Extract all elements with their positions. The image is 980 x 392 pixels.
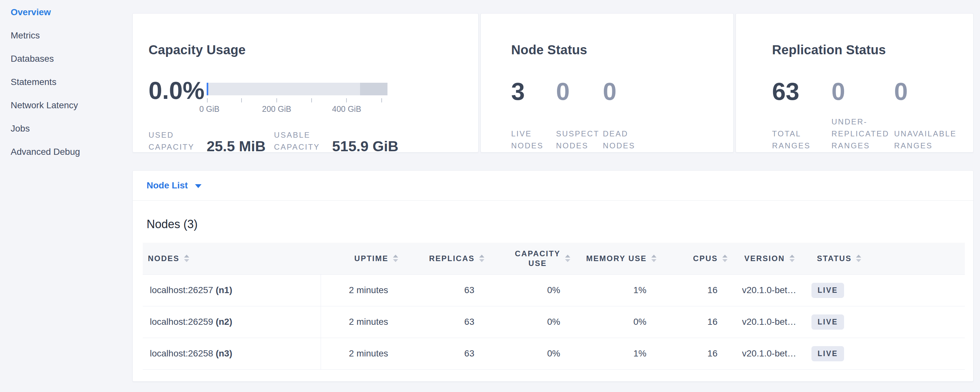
dead-nodes-stat: 0 DEAD NODES	[603, 79, 658, 151]
node-status-title: Node Status	[511, 43, 587, 56]
status-badge: LIVE	[811, 314, 844, 330]
replication-status-title: Replication Status	[772, 43, 886, 56]
capacity-gauge-track	[207, 83, 388, 95]
used-capacity-label: USED CAPACITY	[148, 129, 197, 153]
col-header-memory-use[interactable]: MEMORY USE	[575, 243, 661, 274]
capacity-gauge-unusable-segment	[360, 83, 388, 95]
nodes-table: NODES UPTIME REPLICAS CAPACITY USE MEMOR	[143, 243, 965, 370]
node-address-link[interactable]: localhost:26259	[150, 317, 213, 327]
sidebar-item-jobs[interactable]: Jobs	[11, 117, 132, 140]
capacity-used-percent: 0.0%	[148, 78, 204, 103]
cpus-cell: 16	[661, 306, 732, 338]
col-header-uptime-label: UPTIME	[354, 254, 388, 263]
table-header-row: NODES UPTIME REPLICAS CAPACITY USE MEMOR	[143, 243, 965, 274]
capacity-stats: USED CAPACITY 25.5 MiB USABLE CAPACITY 5…	[148, 129, 407, 153]
under-replicated-ranges-label: UNDER-REPLICATED RANGES	[832, 104, 894, 151]
node-list-dropdown[interactable]: Node List	[133, 171, 973, 201]
col-header-replicas[interactable]: REPLICAS	[402, 243, 489, 274]
node-id: (n2)	[216, 317, 232, 327]
dead-nodes-value: 0	[603, 79, 658, 104]
cpus-cell: 16	[661, 338, 732, 370]
col-header-status[interactable]: STATUS	[811, 243, 965, 274]
unavailable-ranges-stat: 0 UNAVAILABLE RANGES	[894, 79, 965, 151]
total-ranges-value: 63	[772, 79, 832, 104]
uptime-cell: 2 minutes	[321, 306, 402, 338]
node-status-stats: 3 LIVE NODES 0 SUSPECT NODES 0 DEAD NODE…	[511, 79, 658, 151]
node-list-body: Nodes (3) NODES UPTIME REP	[133, 217, 973, 381]
node-address-link[interactable]: localhost:26258	[150, 348, 213, 359]
memory-use-cell: 1%	[575, 338, 661, 370]
dead-nodes-label: DEAD NODES	[603, 104, 658, 151]
suspect-nodes-value: 0	[556, 79, 603, 104]
sort-icon[interactable]	[479, 255, 484, 262]
sidebar-item-databases[interactable]: Databases	[11, 47, 132, 70]
col-header-nodes[interactable]: NODES	[143, 243, 321, 274]
replication-status-card: Replication Status 63 TOTAL RANGES 0 UND…	[735, 13, 974, 153]
sort-icon[interactable]	[651, 255, 657, 262]
status-badge: LIVE	[811, 283, 844, 298]
sort-icon[interactable]	[184, 255, 189, 262]
memory-use-cell: 0%	[575, 306, 661, 338]
table-row: localhost:26258 (n3) 2 minutes 63 0% 1% …	[143, 338, 965, 370]
live-nodes-value: 3	[511, 79, 556, 104]
version-cell: v20.1.0-bet…	[732, 338, 811, 370]
capacity-gauge-tick-labels: 0 GiB 200 GiB 400 GiB	[207, 104, 388, 114]
live-nodes-stat: 3 LIVE NODES	[511, 79, 556, 151]
unavailable-ranges-value: 0	[894, 79, 965, 104]
node-id: (n1)	[216, 285, 232, 295]
nodes-table-title: Nodes (3)	[146, 217, 964, 231]
table-row: localhost:26259 (n2) 2 minutes 63 0% 0% …	[143, 306, 965, 338]
sidebar-item-overview[interactable]: Overview	[11, 1, 132, 24]
usable-capacity-label: USABLE CAPACITY	[274, 129, 323, 153]
node-id: (n3)	[216, 348, 232, 359]
replicas-cell: 63	[402, 338, 489, 370]
capacity-usage-title: Capacity Usage	[148, 43, 246, 56]
sort-icon[interactable]	[722, 255, 727, 262]
status-badge: LIVE	[811, 346, 844, 361]
node-list-card: Node List Nodes (3) NODES UPTIME	[132, 170, 974, 382]
cpus-cell: 16	[661, 274, 732, 306]
replicas-cell: 63	[402, 306, 489, 338]
node-list-dropdown-label[interactable]: Node List	[146, 180, 188, 191]
memory-use-cell: 1%	[575, 274, 661, 306]
uptime-cell: 2 minutes	[321, 274, 402, 306]
sort-icon[interactable]	[565, 255, 570, 262]
col-header-version-label: VERSION	[744, 254, 785, 263]
sort-icon[interactable]	[789, 255, 795, 262]
sidebar-item-network-latency[interactable]: Network Latency	[11, 94, 132, 117]
col-header-uptime[interactable]: UPTIME	[321, 243, 402, 274]
under-replicated-ranges-value: 0	[832, 79, 894, 104]
capacity-use-cell: 0%	[489, 306, 575, 338]
sidebar-item-advanced-debug[interactable]: Advanced Debug	[11, 140, 132, 164]
capacity-use-cell: 0%	[489, 274, 575, 306]
col-header-status-label: STATUS	[817, 254, 851, 263]
col-header-replicas-label: REPLICAS	[429, 254, 475, 263]
col-header-cpus[interactable]: CPUS	[661, 243, 732, 274]
sidebar-nav: Overview Metrics Databases Statements Ne…	[11, 1, 132, 164]
sidebar-item-metrics[interactable]: Metrics	[11, 24, 132, 47]
uptime-cell: 2 minutes	[321, 338, 402, 370]
suspect-nodes-label: SUSPECT NODES	[556, 104, 603, 151]
suspect-nodes-stat: 0 SUSPECT NODES	[556, 79, 603, 151]
sidebar-item-statements[interactable]: Statements	[11, 70, 132, 94]
capacity-gauge-used-segment	[207, 83, 208, 95]
tick-label-400gib: 400 GiB	[332, 104, 361, 114]
version-cell: v20.1.0-bet…	[732, 306, 811, 338]
node-address-link[interactable]: localhost:26257	[150, 285, 213, 295]
replication-stats: 63 TOTAL RANGES 0 UNDER-REPLICATED RANGE…	[772, 79, 965, 151]
col-header-capacity-use-label: CAPACITY USE	[515, 249, 560, 268]
col-header-capacity-use[interactable]: CAPACITY USE	[489, 243, 575, 274]
main-content: Capacity Usage 0.0% 0 GiB 200 GiB	[132, 0, 974, 392]
capacity-gauge-ticks	[207, 98, 388, 102]
unavailable-ranges-label: UNAVAILABLE RANGES	[894, 104, 965, 151]
usable-capacity-value: 515.9 GiB	[332, 139, 398, 153]
chevron-down-icon[interactable]	[195, 184, 202, 188]
sort-icon[interactable]	[856, 255, 861, 262]
col-header-version[interactable]: VERSION	[732, 243, 811, 274]
total-ranges-label: TOTAL RANGES	[772, 104, 832, 151]
sidebar: Overview Metrics Databases Statements Ne…	[0, 0, 132, 392]
under-replicated-ranges-stat: 0 UNDER-REPLICATED RANGES	[832, 79, 894, 151]
sort-icon[interactable]	[393, 255, 398, 262]
capacity-gauge: 0 GiB 200 GiB 400 GiB	[207, 83, 388, 114]
table-row: localhost:26257 (n1) 2 minutes 63 0% 1% …	[143, 274, 965, 306]
